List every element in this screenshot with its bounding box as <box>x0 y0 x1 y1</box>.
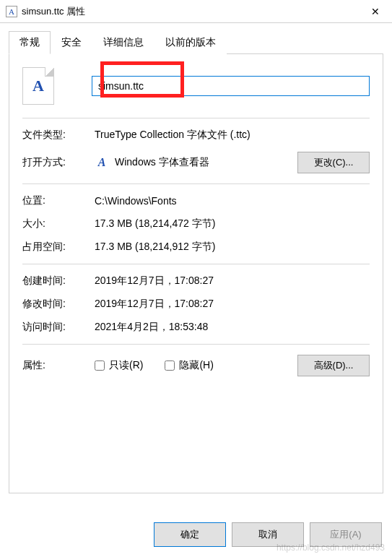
row-attributes: 属性: 只读(R) 隐藏(H) 高级(D)... <box>22 355 370 376</box>
filename-row: A <box>22 67 370 105</box>
tabs-container: 常规 安全 详细信息 以前的版本 A 文件类型: TrueType Collec… <box>0 23 392 493</box>
label-accessed: 访问时间: <box>22 321 95 334</box>
titlebar: A simsun.ttc 属性 ✕ <box>0 0 392 23</box>
label-size: 大小: <box>22 217 95 230</box>
opens-with-text: Windows 字体查看器 <box>115 156 209 169</box>
separator <box>22 118 370 118</box>
cancel-button[interactable]: 取消 <box>232 522 304 547</box>
label-file-type: 文件类型: <box>22 129 95 142</box>
value-location: C:\Windows\Fonts <box>95 195 370 207</box>
row-size-on-disk: 占用空间: 17.3 MB (18,214,912 字节) <box>22 241 370 254</box>
label-location: 位置: <box>22 194 95 207</box>
value-size: 17.3 MB (18,214,472 字节) <box>95 217 370 230</box>
tab-previous-versions[interactable]: 以前的版本 <box>154 31 227 54</box>
readonly-checkbox[interactable] <box>95 360 105 371</box>
row-size: 大小: 17.3 MB (18,214,472 字节) <box>22 217 370 230</box>
row-created: 创建时间: 2019年12月7日，17:08:27 <box>22 275 370 288</box>
change-button[interactable]: 更改(C)... <box>297 152 370 173</box>
filename-input[interactable] <box>92 76 370 96</box>
apply-button[interactable]: 应用(A) <box>310 522 382 547</box>
close-button[interactable]: ✕ <box>359 0 392 23</box>
value-accessed: 2021年4月2日，18:53:48 <box>95 321 370 334</box>
separator <box>22 183 370 184</box>
file-type-icon: A <box>22 67 54 105</box>
font-viewer-icon: A <box>95 155 109 170</box>
row-modified: 修改时间: 2019年12月7日，17:08:27 <box>22 298 370 311</box>
advanced-button[interactable]: 高级(D)... <box>297 355 370 376</box>
value-file-type: TrueType Collection 字体文件 (.ttc) <box>95 129 370 142</box>
font-file-icon: A <box>6 6 17 17</box>
dialog-buttons: 确定 取消 应用(A) <box>154 522 382 547</box>
label-created: 创建时间: <box>22 275 95 288</box>
general-panel: A 文件类型: TrueType Collection 字体文件 (.ttc) … <box>9 54 383 493</box>
tab-security[interactable]: 安全 <box>51 31 92 54</box>
hidden-label: 隐藏(H) <box>179 359 213 372</box>
label-modified: 修改时间: <box>22 298 95 311</box>
row-file-type: 文件类型: TrueType Collection 字体文件 (.ttc) <box>22 129 370 142</box>
tab-details[interactable]: 详细信息 <box>92 31 154 54</box>
hidden-checkbox[interactable] <box>165 360 175 371</box>
readonly-label: 只读(R) <box>109 359 143 372</box>
ok-button[interactable]: 确定 <box>154 522 226 547</box>
label-size-on-disk: 占用空间: <box>22 241 95 254</box>
separator <box>22 344 370 345</box>
window-title: simsun.ttc 属性 <box>22 5 359 18</box>
readonly-checkbox-wrap[interactable]: 只读(R) <box>95 359 143 372</box>
label-opens-with: 打开方式: <box>22 156 95 169</box>
label-attributes: 属性: <box>22 359 95 372</box>
tab-general[interactable]: 常规 <box>9 31 51 54</box>
hidden-checkbox-wrap[interactable]: 隐藏(H) <box>165 359 213 372</box>
row-opens-with: 打开方式: A Windows 字体查看器 更改(C)... <box>22 152 370 173</box>
value-opens-with: A Windows 字体查看器 更改(C)... <box>95 152 370 173</box>
row-location: 位置: C:\Windows\Fonts <box>22 194 370 207</box>
row-accessed: 访问时间: 2021年4月2日，18:53:48 <box>22 321 370 334</box>
tab-strip: 常规 安全 详细信息 以前的版本 <box>9 30 383 54</box>
separator <box>22 264 370 264</box>
value-size-on-disk: 17.3 MB (18,214,912 字节) <box>95 241 370 254</box>
value-modified: 2019年12月7日，17:08:27 <box>95 298 370 311</box>
value-created: 2019年12月7日，17:08:27 <box>95 275 370 288</box>
